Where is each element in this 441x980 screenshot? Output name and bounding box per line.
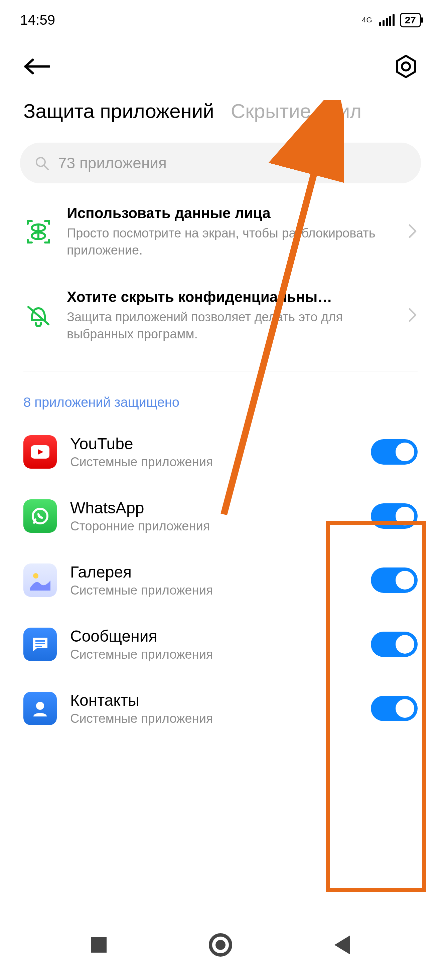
promo-hide-apps[interactable]: Хотите скрыть конфиденциальны… Защита пр… bbox=[0, 274, 441, 358]
promo-subtitle: Защита приложений позволяет делать это д… bbox=[67, 309, 395, 343]
search-input[interactable]: 73 приложения bbox=[20, 143, 421, 183]
app-row-contacts: Контакты Системные приложения bbox=[0, 676, 441, 740]
app-name: WhatsApp bbox=[70, 499, 357, 517]
app-category: Системные приложения bbox=[70, 583, 357, 598]
promo-face-unlock[interactable]: Использовать данные лица Просто посмотри… bbox=[0, 190, 441, 274]
app-category: Системные приложения bbox=[70, 455, 357, 469]
settings-button[interactable] bbox=[394, 55, 418, 80]
signal-icon bbox=[379, 14, 395, 26]
nav-home-button[interactable] bbox=[209, 933, 232, 957]
app-row-gallery: Галерея Системные приложения bbox=[0, 548, 441, 612]
section-header-protected: 8 приложений защищено bbox=[0, 385, 441, 420]
messages-icon bbox=[23, 628, 57, 661]
arrow-left-icon bbox=[23, 56, 50, 76]
svg-point-15 bbox=[36, 702, 44, 710]
toggle-youtube[interactable] bbox=[371, 439, 418, 465]
promo-subtitle: Просто посмотрите на экран, чтобы разбло… bbox=[67, 225, 395, 259]
search-placeholder: 73 приложения bbox=[58, 154, 167, 172]
back-button[interactable] bbox=[23, 56, 50, 78]
app-category: Сторонние приложения bbox=[70, 519, 357, 533]
svg-point-11 bbox=[33, 573, 38, 579]
toggle-contacts[interactable] bbox=[371, 696, 418, 721]
chevron-right-icon bbox=[408, 224, 418, 240]
divider bbox=[23, 371, 418, 371]
tabs: Защита приложений Скрытие прил bbox=[0, 93, 441, 136]
nav-bar bbox=[0, 920, 441, 970]
app-row-youtube: YouTube Системные приложения bbox=[0, 420, 441, 484]
app-name: Галерея bbox=[70, 563, 357, 581]
toggle-gallery[interactable] bbox=[371, 568, 418, 593]
svg-line-3 bbox=[44, 165, 48, 169]
status-bar: 14:59 4G 27 bbox=[0, 0, 441, 35]
app-category: Системные приложения bbox=[70, 648, 357, 662]
contacts-icon bbox=[23, 692, 57, 725]
promo-title: Использовать данные лица bbox=[67, 205, 395, 221]
toggle-messages[interactable] bbox=[371, 632, 418, 657]
network-type-label: 4G bbox=[362, 16, 372, 24]
app-name: Сообщения bbox=[70, 627, 357, 645]
app-category: Системные приложения bbox=[70, 711, 357, 726]
tab-app-hiding[interactable]: Скрытие прил bbox=[231, 100, 362, 123]
top-nav bbox=[0, 35, 441, 93]
search-icon bbox=[35, 156, 49, 170]
app-row-messages: Сообщения Системные приложения bbox=[0, 612, 441, 676]
whatsapp-icon bbox=[23, 500, 57, 533]
face-unlock-icon bbox=[23, 218, 53, 245]
app-name: Контакты bbox=[70, 691, 357, 710]
app-row-whatsapp: WhatsApp Сторонние приложения bbox=[0, 484, 441, 548]
toggle-whatsapp[interactable] bbox=[371, 503, 418, 529]
chevron-right-icon bbox=[408, 308, 418, 324]
nav-recent-button[interactable] bbox=[91, 937, 107, 953]
promo-title: Хотите скрыть конфиденциальны… bbox=[67, 289, 395, 305]
status-right: 4G 27 bbox=[362, 13, 421, 27]
svg-point-1 bbox=[402, 62, 410, 70]
battery-icon: 27 bbox=[400, 13, 421, 27]
status-time: 14:59 bbox=[20, 12, 55, 28]
gallery-icon bbox=[23, 563, 57, 597]
bell-off-icon bbox=[23, 302, 53, 329]
nav-back-button[interactable] bbox=[334, 935, 350, 954]
svg-marker-0 bbox=[397, 56, 415, 77]
app-name: YouTube bbox=[70, 434, 357, 453]
youtube-icon bbox=[23, 435, 57, 469]
tab-app-protection[interactable]: Защита приложений bbox=[23, 100, 214, 123]
gear-icon bbox=[394, 55, 418, 78]
